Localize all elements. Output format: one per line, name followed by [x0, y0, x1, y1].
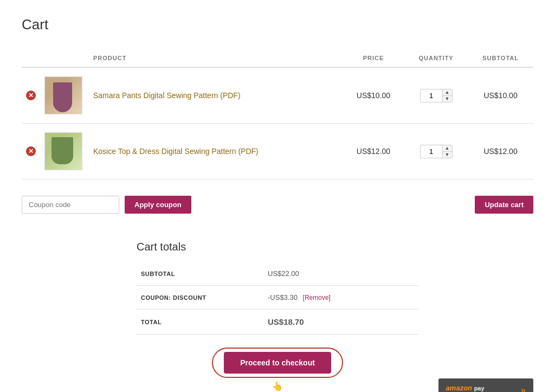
subtotal-value: US$22.00	[263, 262, 418, 286]
quantity-input-2[interactable]	[421, 145, 442, 158]
product-thumbnail-1	[44, 76, 82, 114]
table-row: ✕ Kosice Top & Dress Digital Sewing Patt…	[22, 124, 533, 179]
total-value: US$18.70	[263, 310, 418, 335]
totals-table: SUBTOTAL US$22.00 COUPON: DISCOUNT -US$3…	[137, 262, 418, 335]
product-price-2: US$12.00	[343, 124, 404, 179]
totals-total-row: TOTAL US$18.70	[137, 310, 418, 335]
remove-icon: ✕	[26, 146, 36, 156]
amazon-arrow-icon: »	[521, 385, 526, 392]
col-header-quantity: QUANTITY	[404, 49, 468, 67]
coupon-label: COUPON: DISCOUNT	[137, 286, 263, 310]
coupon-discount-value: -US$3.30	[268, 293, 298, 301]
coupon-left: Apply coupon	[22, 196, 191, 214]
quantity-up-2[interactable]: ▲	[443, 145, 452, 152]
product-name-link-1[interactable]: Samara Pants Digital Sewing Pattern (PDF…	[93, 91, 241, 100]
cursor-icon: 👆	[272, 381, 283, 391]
product-subtotal-1: US$10.00	[468, 67, 533, 124]
coupon-row: Apply coupon Update cart	[22, 196, 533, 224]
cart-totals-title: Cart totals	[137, 241, 418, 253]
col-header-subtotal: SUBTOTAL	[468, 49, 533, 67]
apply-coupon-button[interactable]: Apply coupon	[125, 196, 191, 214]
page-title: Cart	[22, 16, 533, 33]
remove-icon: ✕	[26, 91, 36, 100]
total-label: TOTAL	[137, 310, 263, 335]
table-row: ✕ Samara Pants Digital Sewing Pattern (P…	[22, 67, 533, 124]
coupon-value: -US$3.30 [Remove]	[263, 286, 418, 310]
product-subtotal-2: US$12.00	[468, 124, 533, 179]
col-header-remove	[22, 49, 40, 67]
amazon-logo: amazon pay USE YOUR AMAZON ACCOUNT	[446, 384, 517, 392]
proceed-to-checkout-button[interactable]: Proceed to checkout	[224, 352, 331, 374]
quantity-wrapper-2: ▲ ▼	[420, 145, 453, 158]
quantity-input-1[interactable]	[421, 89, 442, 102]
amazon-brand: amazon pay	[446, 384, 485, 392]
quantity-down-1[interactable]: ▼	[443, 96, 452, 102]
checkout-wrapper: Proceed to checkout 👆	[137, 348, 418, 391]
cart-totals-section: Cart totals SUBTOTAL US$22.00 COUPON: DI…	[137, 241, 418, 391]
coupon-remove-link[interactable]: [Remove]	[303, 294, 331, 301]
update-cart-button[interactable]: Update cart	[475, 196, 533, 214]
product-name-link-2[interactable]: Kosice Top & Dress Digital Sewing Patter…	[93, 147, 259, 156]
amazon-pay-button[interactable]: amazon pay USE YOUR AMAZON ACCOUNT »	[438, 378, 533, 392]
col-header-product: PRODUCT	[89, 49, 343, 67]
quantity-wrapper-1: ▲ ▼	[420, 89, 453, 102]
remove-item-1-button[interactable]: ✕	[26, 91, 36, 100]
product-thumbnail-2	[44, 132, 82, 170]
product-price-1: US$10.00	[343, 67, 404, 124]
quantity-down-2[interactable]: ▼	[443, 152, 452, 158]
col-header-price: PRICE	[343, 49, 404, 67]
cart-table: PRODUCT PRICE QUANTITY SUBTOTAL ✕	[22, 49, 533, 179]
totals-subtotal-row: SUBTOTAL US$22.00	[137, 262, 418, 286]
totals-coupon-row: COUPON: DISCOUNT -US$3.30 [Remove]	[137, 286, 418, 310]
remove-item-2-button[interactable]: ✕	[26, 146, 36, 156]
col-header-thumb	[40, 49, 89, 67]
coupon-input[interactable]	[22, 196, 119, 214]
checkout-oval: Proceed to checkout	[212, 348, 343, 378]
subtotal-label: SUBTOTAL	[137, 262, 263, 286]
quantity-up-1[interactable]: ▲	[443, 89, 452, 96]
